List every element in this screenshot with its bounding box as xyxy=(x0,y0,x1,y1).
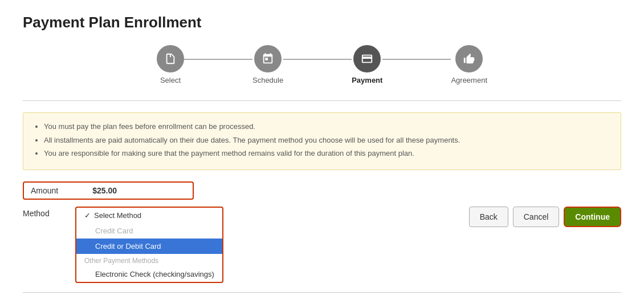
step-agreement-label: Agreement xyxy=(451,76,487,84)
method-dropdown-wrapper: ✓ Select Method Credit Card Credit or De… xyxy=(75,207,223,283)
page-title: Payment Plan Enrollment xyxy=(23,14,621,31)
checkmark-icon: ✓ xyxy=(84,211,91,220)
info-item-1: You must pay the plan fees before enroll… xyxy=(44,121,610,132)
method-dropdown[interactable]: ✓ Select Method Credit Card Credit or De… xyxy=(75,207,223,283)
step-schedule-label: Schedule xyxy=(252,76,283,84)
step-schedule-icon xyxy=(254,45,282,72)
method-row: Method ✓ Select Method Credit Card Credi… xyxy=(23,207,621,283)
step-agreement: Agreement xyxy=(451,45,487,84)
step-line-3 xyxy=(382,59,451,60)
step-payment: Payment xyxy=(352,45,382,84)
step-select-icon xyxy=(157,45,184,72)
step-select: Select xyxy=(157,45,184,84)
step-agreement-icon xyxy=(455,45,483,72)
dropdown-item-credit-card: Credit Card xyxy=(76,223,222,239)
dropdown-group-other: Other Payment Methods xyxy=(76,254,222,266)
dropdown-item-credit-debit[interactable]: Credit or Debit Card xyxy=(76,239,222,254)
step-payment-label: Payment xyxy=(352,76,382,84)
back-button[interactable]: Back xyxy=(469,207,508,227)
form-section: Amount $25.00 Method ✓ Select Method Cre… xyxy=(23,181,621,283)
dropdown-item-electronic-check[interactable]: Electronic Check (checking/savings) xyxy=(76,266,222,282)
amount-row: Amount $25.00 xyxy=(23,181,194,200)
info-item-3: You are responsible for making sure that… xyxy=(44,148,610,159)
step-select-label: Select xyxy=(160,76,181,84)
cancel-button[interactable]: Cancel xyxy=(513,207,560,227)
step-line-2 xyxy=(283,59,352,60)
info-item-2: All installments are paid automatically … xyxy=(44,135,610,146)
stepper: Select Schedule Payment Agreement xyxy=(23,45,621,84)
info-list: You must pay the plan fees before enroll… xyxy=(34,121,610,159)
info-box: You must pay the plan fees before enroll… xyxy=(23,112,621,170)
action-buttons: Back Cancel Continue xyxy=(469,207,621,227)
amount-value: $25.00 xyxy=(92,186,117,195)
divider xyxy=(23,100,621,101)
divider-2 xyxy=(23,292,621,293)
continue-button[interactable]: Continue xyxy=(564,207,621,227)
dropdown-item-select-method[interactable]: ✓ Select Method xyxy=(76,208,222,223)
step-payment-icon xyxy=(353,45,381,72)
amount-label: Amount xyxy=(31,186,58,195)
step-line-1 xyxy=(184,59,252,60)
step-schedule: Schedule xyxy=(252,45,283,84)
method-label: Method xyxy=(23,209,68,218)
